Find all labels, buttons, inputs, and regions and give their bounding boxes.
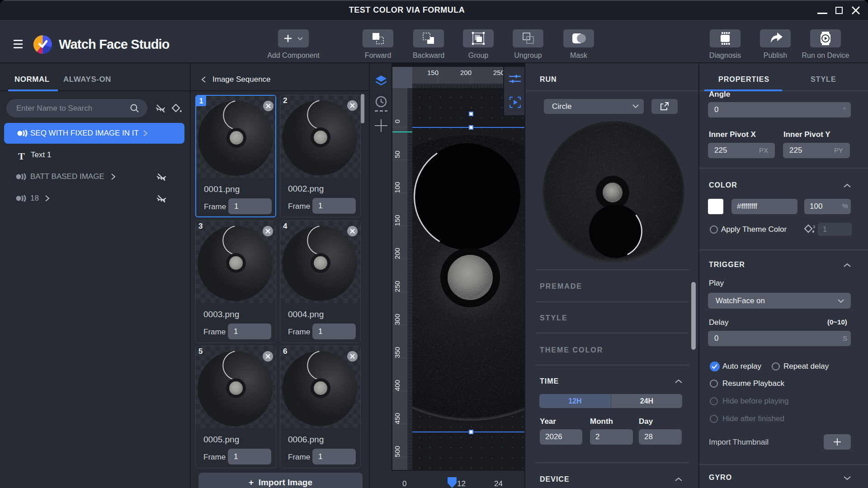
svg-text:100: 100	[393, 182, 401, 193]
svg-text:300: 300	[393, 314, 401, 325]
svg-text:450: 450	[393, 413, 401, 424]
svg-text:3: 3	[813, 225, 815, 229]
svg-text:150: 150	[393, 215, 401, 226]
svg-text:400: 400	[393, 380, 401, 391]
svg-text:250: 250	[393, 281, 401, 292]
svg-text:50: 50	[393, 150, 401, 158]
svg-text:350: 350	[393, 347, 401, 358]
svg-text:0: 0	[393, 120, 401, 123]
svg-text:200: 200	[393, 248, 401, 259]
svg-text:500: 500	[393, 446, 401, 457]
